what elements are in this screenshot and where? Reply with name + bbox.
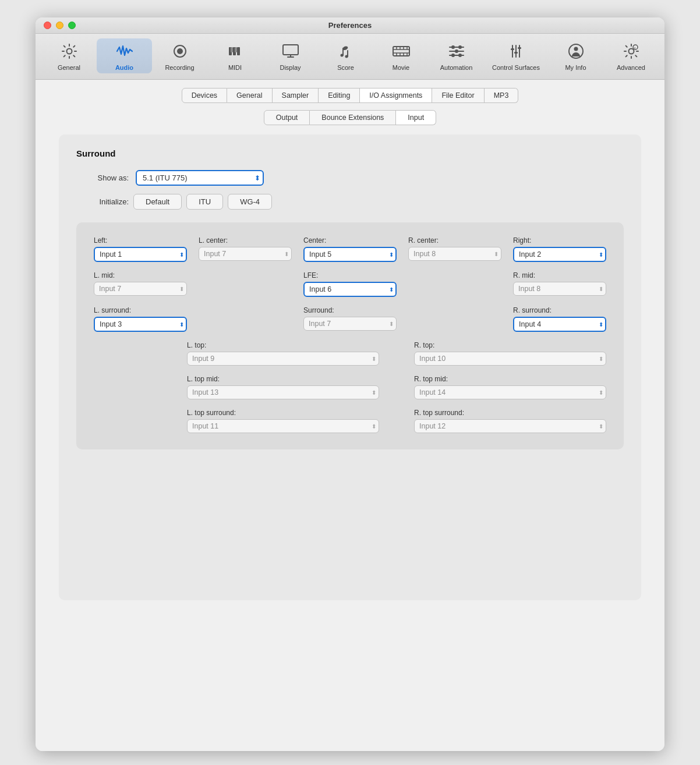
r-top-mid-label: R. top mid: — [414, 375, 606, 383]
right-label: Right: — [513, 236, 606, 245]
svg-point-9 — [340, 54, 343, 57]
close-button[interactable] — [44, 22, 51, 29]
l-top-select[interactable]: Input 9 — [187, 352, 379, 366]
movie-icon — [391, 41, 412, 62]
r-center-select[interactable]: Input 8 — [408, 247, 501, 261]
subtab-io-assignments[interactable]: I/O Assignments — [360, 88, 432, 103]
r-top-mid-select[interactable]: Input 14 — [414, 385, 606, 399]
l-top-surround-select-wrapper: Input 11 — [187, 419, 379, 433]
automation-icon — [446, 41, 467, 62]
l-surround-select[interactable]: Input 3 — [94, 317, 187, 332]
center-channel-group: Center: Input 5 — [303, 236, 397, 262]
main-content: Surround Show as: 5.1 (ITU 775) 5.1 7.1 … — [36, 125, 664, 751]
l-top-mid-label: L. top mid: — [187, 375, 379, 383]
l-top-surround-channel-group: L. top surround: Input 11 — [187, 409, 379, 433]
l-surround-channel-group: L. surround: Input 3 — [94, 306, 187, 332]
toolbar-label-movie: Movie — [393, 64, 409, 71]
input-subtab-input[interactable]: Input — [396, 110, 436, 125]
subtab-editing[interactable]: Editing — [319, 88, 360, 103]
toolbar-label-automation: Automation — [440, 64, 473, 71]
toolbar-item-advanced[interactable]: + Advanced — [603, 38, 659, 73]
toolbar-item-midi[interactable]: MIDI — [207, 38, 263, 73]
subtab-general[interactable]: General — [227, 88, 272, 103]
surround-select-wrapper: Input 7 — [303, 317, 397, 331]
center-select[interactable]: Input 5 — [303, 247, 397, 262]
l-top-mid-select-wrapper: Input 13 — [187, 385, 379, 399]
r-mid-select-wrapper: Input 8 — [513, 282, 606, 296]
display-icon — [280, 41, 301, 62]
subtab-file-editor[interactable]: File Editor — [432, 88, 484, 103]
surround-label: Surround: — [303, 306, 397, 314]
init-wg4-button[interactable]: WG-4 — [228, 194, 272, 210]
toolbar-label-display: Display — [280, 64, 300, 71]
toolbar-item-audio[interactable]: Audio — [97, 38, 152, 73]
audio-waveform-icon — [114, 41, 135, 62]
toolbar-item-my-info[interactable]: My Info — [548, 38, 603, 73]
r-surround-label: R. surround: — [513, 306, 606, 314]
subtab-sampler[interactable]: Sampler — [273, 88, 319, 103]
r-top-surround-label: R. top surround: — [414, 409, 606, 417]
l-top-channel-group: L. top: Input 9 — [187, 341, 379, 366]
init-default-button[interactable]: Default — [133, 194, 182, 210]
r-top-select-wrapper: Input 10 — [414, 352, 606, 366]
toolbar-item-score[interactable]: Score — [318, 38, 373, 73]
r-center-label: R. center: — [408, 236, 501, 245]
subtab-mp3[interactable]: MP3 — [485, 88, 519, 103]
toolbar-item-movie[interactable]: Movie — [373, 38, 429, 73]
lfe-channel-group: LFE: Input 6 — [303, 271, 397, 297]
window-title: Preferences — [328, 21, 372, 30]
r-center-channel-group: R. center: Input 8 — [408, 236, 501, 262]
left-select-wrapper: Input 1 Input 2 Input 3 — [94, 247, 187, 262]
l-mid-select-wrapper: Input 7 — [94, 282, 187, 296]
surround-select[interactable]: Input 7 — [303, 317, 397, 331]
lfe-select-wrapper: Input 6 — [303, 282, 397, 297]
r-center-select-wrapper: Input 8 — [408, 247, 501, 261]
l-center-select[interactable]: Input 7 — [199, 247, 292, 261]
right-select[interactable]: Input 2 — [513, 247, 606, 262]
r-top-surround-channel-group: R. top surround: Input 12 — [414, 409, 606, 433]
l-mid-select[interactable]: Input 7 — [94, 282, 187, 296]
toolbar-item-general[interactable]: General — [41, 38, 97, 73]
init-itu-button[interactable]: ITU — [186, 194, 223, 210]
svg-rect-5 — [237, 47, 240, 55]
toolbar-item-recording[interactable]: Recording — [152, 38, 207, 73]
subtab-devices[interactable]: Devices — [182, 88, 227, 103]
minimize-button[interactable] — [56, 22, 63, 29]
maximize-button[interactable] — [68, 22, 76, 29]
svg-rect-7 — [235, 47, 237, 52]
show-as-select[interactable]: 5.1 (ITU 775) 5.1 7.1 7.1.2 7.1.4 Atmos … — [136, 170, 264, 186]
toolbar-label-midi: MIDI — [228, 64, 242, 71]
r-surround-select[interactable]: Input 4 — [513, 317, 606, 332]
l-top-surround-label: L. top surround: — [187, 409, 379, 417]
surround-grid-container: Left: Input 1 Input 2 Input 3 L. center: — [76, 222, 624, 449]
lfe-select[interactable]: Input 6 — [303, 282, 397, 297]
r-mid-select[interactable]: Input 8 — [513, 282, 606, 296]
r-top-surround-select[interactable]: Input 12 — [414, 419, 606, 433]
l-top-mid-select[interactable]: Input 13 — [187, 385, 379, 399]
toolbar-item-display[interactable]: Display — [263, 38, 318, 73]
l-top-label: L. top: — [187, 341, 379, 349]
svg-rect-6 — [231, 47, 233, 52]
r-top-select[interactable]: Input 10 — [414, 352, 606, 366]
bottom-channel-grid: L. top: Input 9 R. top: Input 10 — [94, 341, 606, 433]
surround-channel-group: Surround: Input 7 — [303, 306, 397, 332]
toolbar-item-automation[interactable]: Automation — [429, 38, 484, 73]
toolbar-item-control-surfaces[interactable]: Control Surfaces — [484, 38, 548, 73]
r-top-mid-channel-group: R. top mid: Input 14 — [414, 375, 606, 399]
advanced-icon: + — [621, 41, 642, 62]
show-as-label: Show as: — [76, 173, 129, 182]
r-surround-select-wrapper: Input 4 — [513, 317, 606, 332]
l-top-surround-select[interactable]: Input 11 — [187, 419, 379, 433]
midi-icon — [225, 41, 246, 62]
toolbar-label-control-surfaces: Control Surfaces — [492, 64, 540, 71]
l-surround-select-wrapper: Input 3 — [94, 317, 187, 332]
toolbar-label-recording: Recording — [165, 64, 194, 71]
right-channel-group: Right: Input 2 — [513, 236, 606, 262]
left-select[interactable]: Input 1 Input 2 Input 3 — [94, 247, 187, 262]
l-center-channel-group: L. center: Input 7 — [199, 236, 292, 262]
svg-point-10 — [345, 55, 348, 58]
surround-title: Surround — [76, 148, 624, 158]
input-subtab-output[interactable]: Output — [264, 110, 310, 125]
right-select-wrapper: Input 2 — [513, 247, 606, 262]
input-subtab-bounce-extensions[interactable]: Bounce Extensions — [310, 110, 396, 125]
